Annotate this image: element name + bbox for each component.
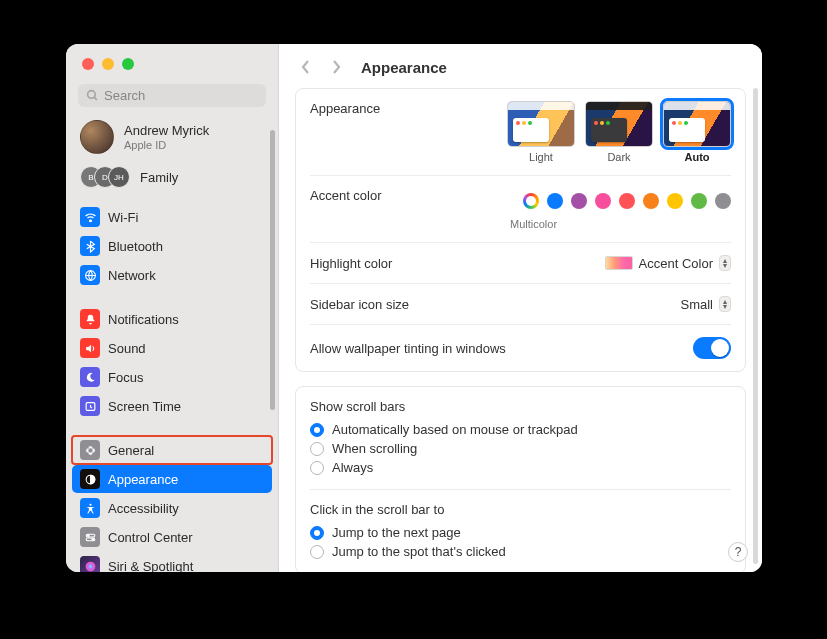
scrollbar[interactable]	[753, 88, 758, 564]
iconsize-value: Small	[680, 297, 713, 312]
accent-swatch[interactable]	[643, 193, 659, 209]
accent-swatch[interactable]	[715, 193, 731, 209]
close-icon[interactable]	[82, 58, 94, 70]
back-button[interactable]	[295, 56, 317, 78]
sidebar-item-label: Notifications	[108, 312, 179, 327]
sidebar-item-focus[interactable]: Focus	[72, 363, 272, 391]
radio-option[interactable]: Jump to the next page	[310, 523, 731, 542]
radio-label: When scrolling	[332, 441, 417, 456]
accessibility-icon	[80, 498, 100, 518]
radio-option[interactable]: Automatically based on mouse or trackpad	[310, 420, 731, 439]
appearance-icon	[80, 469, 100, 489]
sidebar-item-label: Accessibility	[108, 501, 179, 516]
sidebar-item-label: Screen Time	[108, 399, 181, 414]
row-highlight: Highlight color Accent Color ▴▾	[310, 243, 731, 284]
sidebar-item-bluetooth[interactable]: Bluetooth	[72, 232, 272, 260]
highlight-value: Accent Color	[639, 256, 713, 271]
radio-option[interactable]: Jump to the spot that's clicked	[310, 542, 731, 561]
help-button[interactable]: ?	[728, 542, 748, 562]
iconsize-label: Sidebar icon size	[310, 297, 409, 312]
sidebar-item-accessibility[interactable]: Accessibility	[72, 494, 272, 522]
appearance-option-auto[interactable]: Auto	[663, 101, 731, 163]
iconsize-select[interactable]: Small ▴▾	[680, 296, 731, 312]
sidebar-item-label: Control Center	[108, 530, 193, 545]
sidebar-nav: Wi-FiBluetoothNetworkNotificationsSoundF…	[66, 200, 278, 572]
sidebar-item-label: Bluetooth	[108, 239, 163, 254]
forward-button[interactable]	[325, 56, 347, 78]
controlcenter-icon	[80, 527, 100, 547]
highlight-select[interactable]: Accent Color ▴▾	[605, 255, 731, 271]
svg-line-1	[94, 97, 97, 100]
appearance-option-label: Light	[529, 151, 553, 163]
siri-icon	[80, 556, 100, 572]
sidebar-item-appleid[interactable]: Andrew Myrick Apple ID	[66, 117, 278, 162]
highlight-label: Highlight color	[310, 256, 392, 271]
sidebar-item-family[interactable]: B D JH Family	[66, 162, 278, 200]
sidebar-item-network[interactable]: Network	[72, 261, 272, 289]
accent-swatch[interactable]	[691, 193, 707, 209]
radio-icon	[310, 442, 324, 456]
scrollbars-title: Show scroll bars	[310, 387, 731, 420]
screentime-icon	[80, 396, 100, 416]
appearance-option-light[interactable]: Light	[507, 101, 575, 163]
content: Appearance LightDarkAuto Accent color Mu…	[279, 88, 762, 572]
radio-label: Automatically based on mouse or trackpad	[332, 422, 578, 437]
search-placeholder: Search	[104, 88, 145, 103]
accent-swatch[interactable]	[619, 193, 635, 209]
sidebar: Search Andrew Myrick Apple ID B D JH Fam…	[66, 44, 279, 572]
accent-swatch[interactable]	[667, 193, 683, 209]
accent-caption: Multicolor	[510, 218, 731, 230]
chevron-updown-icon: ▴▾	[719, 296, 731, 312]
page-title: Appearance	[361, 59, 447, 76]
row-tint: Allow wallpaper tinting in windows	[310, 325, 731, 371]
radio-icon	[310, 461, 324, 475]
svg-point-11	[85, 562, 95, 572]
gear-icon	[80, 440, 100, 460]
svg-point-0	[88, 91, 96, 99]
family-label: Family	[140, 170, 178, 185]
radio-icon	[310, 545, 324, 559]
appearance-thumb-icon	[663, 101, 731, 147]
sidebar-item-label: Network	[108, 268, 156, 283]
focus-icon	[80, 367, 100, 387]
sidebar-item-label: Sound	[108, 341, 146, 356]
sidebar-item-screen-time[interactable]: Screen Time	[72, 392, 272, 420]
sidebar-item-siri-spotlight[interactable]: Siri & Spotlight	[72, 552, 272, 572]
appearance-label: Appearance	[310, 101, 380, 116]
minimize-icon[interactable]	[102, 58, 114, 70]
sidebar-item-label: Focus	[108, 370, 143, 385]
sidebar-item-label: Siri & Spotlight	[108, 559, 193, 572]
sidebar-item-control-center[interactable]: Control Center	[72, 523, 272, 551]
search-input[interactable]: Search	[78, 84, 266, 107]
accent-swatch[interactable]	[571, 193, 587, 209]
sidebar-item-label: General	[108, 443, 154, 458]
main-pane: Appearance Appearance LightDarkAuto Acce…	[279, 44, 762, 572]
click-title: Click in the scroll bar to	[310, 490, 731, 523]
accent-swatch[interactable]	[523, 193, 539, 209]
network-icon	[80, 265, 100, 285]
zoom-icon[interactable]	[122, 58, 134, 70]
search-icon	[86, 89, 99, 102]
accent-swatch[interactable]	[547, 193, 563, 209]
radio-option[interactable]: Always	[310, 458, 731, 477]
radio-label: Jump to the next page	[332, 525, 461, 540]
sidebar-item-appearance[interactable]: Appearance	[72, 465, 272, 493]
accent-swatch[interactable]	[595, 193, 611, 209]
radio-option[interactable]: When scrolling	[310, 439, 731, 458]
family-avatar: JH	[108, 166, 130, 188]
family-avatars: B D JH	[80, 166, 130, 188]
tint-toggle[interactable]	[693, 337, 731, 359]
highlight-swatch-icon	[605, 256, 633, 270]
radio-label: Jump to the spot that's clicked	[332, 544, 506, 559]
click-options: Jump to the next pageJump to the spot th…	[310, 523, 731, 572]
sidebar-item-label: Wi-Fi	[108, 210, 138, 225]
sidebar-item-notifications[interactable]: Notifications	[72, 305, 272, 333]
svg-point-2	[89, 220, 91, 222]
sidebar-item-sound[interactable]: Sound	[72, 334, 272, 362]
sidebar-item-wi-fi[interactable]: Wi-Fi	[72, 203, 272, 231]
scrollbar[interactable]	[270, 130, 275, 410]
chevron-updown-icon: ▴▾	[719, 255, 731, 271]
accent-label: Accent color	[310, 188, 382, 203]
sidebar-item-general[interactable]: General	[72, 436, 272, 464]
appearance-option-dark[interactable]: Dark	[585, 101, 653, 163]
